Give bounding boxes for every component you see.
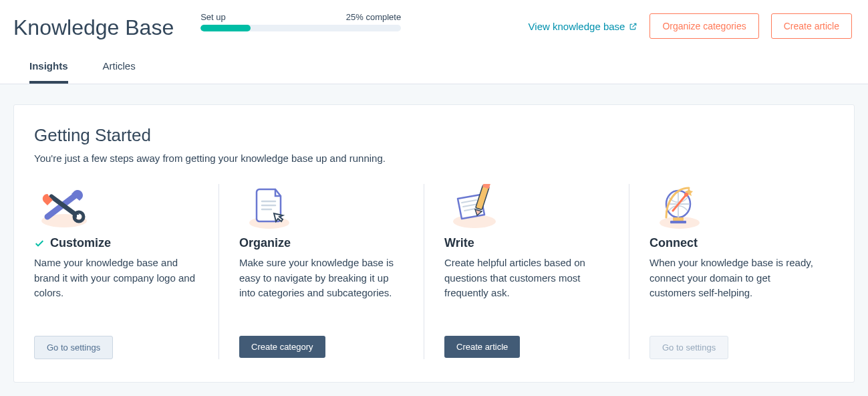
card-desc: Create helpful articles based on questio… — [444, 256, 609, 317]
svg-point-11 — [684, 193, 688, 197]
brush-wrench-icon — [34, 184, 94, 231]
document-cursor-icon — [239, 184, 299, 231]
svg-rect-2 — [77, 215, 81, 219]
create-article-button[interactable]: Create article — [771, 13, 852, 39]
card-title: Connect — [649, 236, 698, 250]
check-icon — [34, 238, 45, 249]
progress-percent-text: 25% complete — [346, 12, 401, 22]
go-to-settings-disabled-button: Go to settings — [649, 336, 728, 359]
header-actions: View knowledge base Organize categories … — [529, 13, 852, 39]
go-to-settings-button[interactable]: Go to settings — [34, 336, 113, 359]
card-connect: Connect When your knowledge base is read… — [629, 184, 834, 359]
getting-started-panel: Getting Started You're just a few steps … — [13, 104, 855, 383]
create-category-button[interactable]: Create category — [239, 336, 325, 358]
progress-bar — [200, 25, 401, 31]
card-organize: Organize Make sure your knowledge base i… — [219, 184, 424, 359]
progress-label: Set up — [200, 12, 226, 22]
card-desc: Make sure your knowledge base is easy to… — [239, 256, 404, 317]
organize-categories-button[interactable]: Organize categories — [649, 13, 758, 39]
card-title: Write — [444, 236, 474, 250]
svg-rect-10 — [670, 221, 686, 223]
view-knowledge-base-label: View knowledge base — [529, 21, 625, 32]
page-title: Knowledge Base — [13, 15, 174, 40]
pencil-paper-icon — [444, 184, 504, 231]
card-title: Customize — [50, 236, 111, 250]
progress-fill — [200, 25, 251, 31]
tabs: Insights Articles — [0, 40, 868, 84]
tab-articles[interactable]: Articles — [103, 60, 136, 84]
page-header: Knowledge Base Set up 25% complete View … — [0, 0, 868, 40]
getting-started-subtitle: You're just a few steps away from gettin… — [34, 153, 834, 164]
card-desc: Name your knowledge base and brand it wi… — [34, 256, 198, 317]
card-desc: When your knowledge base is ready, conne… — [649, 256, 814, 317]
globe-icon — [649, 184, 710, 231]
tab-insights[interactable]: Insights — [29, 60, 68, 84]
svg-rect-9 — [673, 217, 684, 221]
getting-started-cards: Customize Name your knowledge base and b… — [34, 184, 834, 359]
external-link-icon — [629, 22, 637, 31]
getting-started-title: Getting Started — [34, 125, 834, 146]
setup-progress: Set up 25% complete — [200, 12, 401, 31]
card-customize: Customize Name your knowledge base and b… — [34, 184, 219, 359]
card-write: Write Create helpful articles based on q… — [424, 184, 629, 359]
create-article-card-button[interactable]: Create article — [444, 336, 520, 358]
content-area: Getting Started You're just a few steps … — [0, 84, 868, 396]
view-knowledge-base-link[interactable]: View knowledge base — [529, 21, 638, 32]
card-title: Organize — [239, 236, 291, 250]
